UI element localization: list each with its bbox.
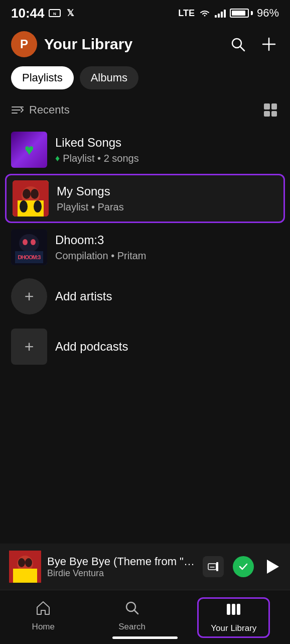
battery-icon (230, 9, 253, 18)
now-playing-art (9, 551, 41, 583)
add-podcasts-icon: + (11, 329, 47, 365)
grid-view-button[interactable] (262, 101, 279, 119)
x-icon: 𝕏 (65, 8, 76, 19)
plus-icon: + (25, 288, 34, 304)
search-icon (230, 36, 246, 52)
battery-percent: 96% (257, 7, 279, 20)
svg-rect-34 (227, 604, 230, 615)
svg-point-20 (31, 239, 36, 245)
play-button[interactable] (263, 558, 281, 576)
check-circle (233, 556, 254, 577)
svg-rect-28 (208, 564, 216, 570)
now-playing-info: Bye Bye Bye (Theme from "Deadpool & Wo..… (47, 555, 197, 579)
item-title: Liked Songs (55, 136, 279, 150)
svg-point-19 (23, 239, 28, 245)
add-podcasts-label: Add podcasts (55, 340, 128, 354)
home-icon (35, 600, 51, 619)
list-item[interactable]: My Songs Playlist • Paras (5, 174, 285, 223)
lte-icon: LTE (178, 8, 195, 19)
grid-icon (264, 103, 277, 117)
time: 10:44 (11, 6, 45, 21)
list-item[interactable]: DHOOM:3 Dhoom:3 Compilation • Pritam (11, 223, 279, 271)
status-left: 10:44 N 𝕏 (11, 6, 76, 21)
item-title: My Songs (57, 184, 277, 198)
heart-icon: ♥ (25, 141, 34, 159)
item-info: Liked Songs ♦ Playlist • 2 songs (55, 136, 279, 164)
plus-icon: + (25, 339, 34, 355)
svg-point-13 (31, 189, 39, 199)
nav-search[interactable]: Search (106, 597, 158, 635)
svg-rect-35 (232, 604, 235, 615)
item-title: Dhoom:3 (55, 233, 279, 247)
svg-point-12 (23, 189, 31, 199)
search-nav-svg (124, 600, 139, 615)
filter-tabs: Playlists Albums (0, 64, 290, 97)
spotify-badge: ♦ (55, 153, 60, 164)
deadpool-art (13, 180, 49, 217)
svg-rect-27 (13, 569, 37, 583)
now-playing-bar[interactable]: Bye Bye Bye (Theme from "Deadpool & Wo..… (0, 544, 290, 590)
library-icon (226, 602, 242, 620)
sort-row: Recents (0, 97, 290, 126)
svg-line-4 (240, 47, 244, 51)
sim-icon: N (49, 9, 61, 18)
add-artists-item[interactable]: + Add artists (11, 271, 279, 321)
device-icon (203, 556, 224, 577)
now-playing-controls (203, 556, 281, 577)
library-svg (226, 602, 242, 617)
svg-rect-36 (237, 604, 240, 615)
svg-marker-31 (267, 560, 279, 574)
page-title: Your Library (44, 36, 132, 53)
add-podcasts-item[interactable]: + Add podcasts (11, 321, 279, 372)
add-artists-icon: + (11, 278, 47, 314)
home-indicator (112, 636, 178, 639)
nav-search-label: Search (118, 622, 146, 632)
svg-line-33 (134, 610, 138, 614)
add-button[interactable] (259, 34, 279, 54)
plus-icon (261, 36, 277, 52)
sort-left[interactable]: Recents (11, 103, 70, 117)
svg-text:𝕏: 𝕏 (66, 8, 74, 18)
bottom-nav: Home Search Your Library (0, 590, 290, 644)
sort-icon (11, 104, 24, 116)
svg-text:DHOOM:3: DHOOM:3 (18, 254, 41, 260)
liked-songs-thumb: ♥ (11, 132, 47, 168)
status-bar: 10:44 N 𝕏 LTE (0, 0, 290, 26)
svg-point-25 (18, 558, 25, 567)
header: P Your Library (0, 26, 290, 64)
header-left: P Your Library (11, 31, 132, 57)
play-icon (263, 558, 281, 576)
now-playing-artist: Birdie Ventura (47, 568, 197, 579)
tab-playlists[interactable]: Playlists (11, 66, 74, 89)
check-icon (237, 561, 249, 573)
header-icons (228, 34, 279, 54)
item-info: Dhoom:3 Compilation • Pritam (55, 233, 279, 262)
my-songs-thumb (13, 180, 49, 217)
tab-albums[interactable]: Albums (80, 66, 138, 89)
sort-label: Recents (29, 103, 70, 117)
search-button[interactable] (228, 34, 248, 54)
item-subtitle: ♦ Playlist • 2 songs (55, 153, 279, 164)
library-list: ♥ Liked Songs ♦ Playlist • 2 songs (0, 126, 290, 372)
liked-button[interactable] (233, 556, 254, 577)
device-connect-button[interactable] (203, 556, 224, 577)
dhoom-thumb: DHOOM:3 (11, 229, 47, 265)
wifi-icon (199, 9, 211, 18)
now-playing-thumb (9, 551, 41, 583)
home-svg (35, 600, 51, 615)
list-item[interactable]: ♥ Liked Songs ♦ Playlist • 2 songs (11, 126, 279, 174)
cast-icon (207, 561, 219, 573)
svg-point-26 (25, 558, 32, 567)
item-subtitle: Playlist • Paras (57, 201, 277, 213)
nav-library[interactable]: Your Library (197, 597, 270, 638)
nav-home[interactable]: Home (20, 597, 67, 635)
item-subtitle: Compilation • Pritam (55, 250, 279, 262)
search-nav-icon (124, 600, 139, 619)
now-playing-title: Bye Bye Bye (Theme from "Deadpool & Wo..… (47, 555, 197, 568)
svg-text:N: N (53, 12, 56, 16)
svg-rect-29 (216, 562, 218, 571)
dhoom-art: DHOOM:3 (11, 229, 47, 265)
nav-home-label: Home (32, 622, 55, 632)
avatar[interactable]: P (11, 31, 37, 57)
status-right: LTE 96% (178, 7, 279, 20)
